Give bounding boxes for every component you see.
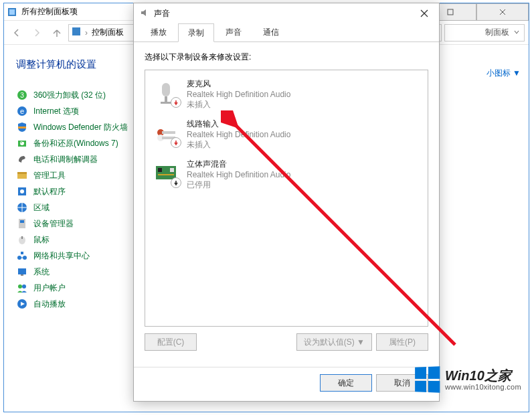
cp-item-icon xyxy=(16,185,28,197)
device-sub: Realtek High Definition Audio xyxy=(187,170,290,179)
svg-text:e: e xyxy=(20,107,24,115)
device-item[interactable]: 线路输入Realtek High Definition Audio未插入 xyxy=(148,114,425,155)
breadcrumb-item[interactable]: 控制面板 xyxy=(92,27,124,38)
tab-0[interactable]: 播放 xyxy=(141,23,177,42)
sound-dialog: 声音 播放录制声音通信 选择以下录制设备来修改设置: 麦克风Realtek Hi… xyxy=(133,3,440,402)
svg-rect-1 xyxy=(9,9,15,15)
svg-rect-3 xyxy=(448,9,453,15)
back-button[interactable] xyxy=(8,24,25,42)
cp-item-label: Internet 选项 xyxy=(33,106,79,117)
svg-point-29 xyxy=(18,284,22,288)
svg-rect-42 xyxy=(158,168,162,172)
set-default-button[interactable]: 设为默认值(S) ▼ xyxy=(296,333,372,351)
instruction-text: 选择以下录制设备来修改设置: xyxy=(145,52,428,63)
cp-item-label: 360强力卸载 (32 位) xyxy=(33,90,106,101)
device-name: 线路输入 xyxy=(187,118,290,130)
device-sub: Realtek High Definition Audio xyxy=(187,130,290,139)
cp-item-label: 区域 xyxy=(33,202,50,214)
cp-item-label: 鼠标 xyxy=(33,234,50,246)
breadcrumb-sep: › xyxy=(85,28,88,37)
svg-rect-27 xyxy=(18,268,26,274)
cp-item-icon xyxy=(16,218,28,230)
cp-item-icon xyxy=(16,137,28,149)
dialog-footer: 确定 取消 xyxy=(134,367,439,401)
forward-button[interactable] xyxy=(28,24,46,42)
svg-point-30 xyxy=(22,284,26,288)
close-button[interactable] xyxy=(410,3,439,23)
svg-text:3: 3 xyxy=(20,92,24,99)
device-name: 麦克风 xyxy=(187,78,290,90)
cp-item-icon xyxy=(16,121,28,133)
svg-rect-38 xyxy=(162,131,175,134)
watermark-title: Win10之家 xyxy=(445,368,521,383)
svg-rect-20 xyxy=(20,220,24,223)
tab-2[interactable]: 声音 xyxy=(215,23,252,42)
watermark: Win10之家 www.win10xitong.com xyxy=(414,367,521,392)
sound-title: 声音 xyxy=(154,8,410,19)
cp-item-label: 自动播放 xyxy=(33,299,66,310)
svg-rect-44 xyxy=(158,174,174,175)
cp-item-label: 系统 xyxy=(33,266,50,278)
tab-strip: 播放录制声音通信 xyxy=(134,23,439,42)
tab-1[interactable]: 录制 xyxy=(178,23,214,42)
cp-item-label: 备份和还原(Windows 7) xyxy=(33,138,118,149)
svg-rect-22 xyxy=(21,236,23,239)
cp-item-label: 默认程序 xyxy=(33,186,66,197)
sound-icon xyxy=(139,7,150,20)
svg-rect-11 xyxy=(18,127,26,129)
svg-rect-34 xyxy=(162,83,170,96)
sound-body: 选择以下录制设备来修改设置: 麦克风Realtek High Definitio… xyxy=(134,42,439,367)
svg-rect-6 xyxy=(72,27,80,35)
device-actions: 配置(C) 设为默认值(S) ▼ 属性(P) xyxy=(145,327,428,360)
cp-item-label: 用户帐户 xyxy=(33,282,66,294)
cp-item-icon xyxy=(16,250,28,262)
cp-item-icon xyxy=(16,234,28,246)
device-status: 未插入 xyxy=(187,99,290,110)
cp-item-icon xyxy=(16,266,28,278)
device-list[interactable]: 麦克风Realtek High Definition Audio未插入线路输入R… xyxy=(145,70,428,327)
device-icon xyxy=(152,159,180,187)
dropdown-icon[interactable] xyxy=(513,28,520,37)
control-panel-icon xyxy=(7,7,17,17)
tab-3[interactable]: 通信 xyxy=(253,23,289,42)
cp-item-icon: e xyxy=(16,105,28,117)
cp-item-icon xyxy=(16,153,28,165)
cp-item-icon xyxy=(16,201,28,214)
device-icon xyxy=(152,78,180,106)
device-item[interactable]: 立体声混音Realtek High Definition Audio已停用 xyxy=(148,155,425,195)
status-badge-icon xyxy=(171,137,181,148)
view-mode-selector[interactable]: 小图标 ▼ xyxy=(486,68,521,79)
svg-rect-28 xyxy=(21,274,23,276)
control-panel-icon xyxy=(72,27,81,38)
device-item[interactable]: 麦克风Realtek High Definition Audio未插入 xyxy=(148,74,425,114)
device-name: 立体声混音 xyxy=(187,159,290,170)
cp-item-icon xyxy=(16,298,28,310)
svg-rect-36 xyxy=(161,102,171,104)
cp-item-label: Windows Defender 防火墙 xyxy=(33,122,128,133)
svg-rect-26 xyxy=(21,252,23,254)
svg-rect-15 xyxy=(17,172,27,174)
breadcrumb-tail: 制面板 xyxy=(444,24,525,42)
watermark-url: www.win10xitong.com xyxy=(445,383,521,391)
device-status: 已停用 xyxy=(187,179,290,191)
cp-item-icon: 3 xyxy=(16,89,28,101)
cp-item-label: 设备管理器 xyxy=(33,218,74,230)
cp-item-icon xyxy=(16,169,28,181)
device-icon xyxy=(152,118,180,147)
svg-rect-43 xyxy=(170,168,174,172)
device-sub: Realtek High Definition Audio xyxy=(187,90,290,99)
svg-rect-35 xyxy=(165,96,167,102)
cp-item-label: 电话和调制解调器 xyxy=(33,154,98,165)
up-button[interactable] xyxy=(48,24,66,42)
sound-titlebar: 声音 xyxy=(134,3,439,23)
configure-button[interactable]: 配置(C) xyxy=(145,333,197,351)
properties-button[interactable]: 属性(P) xyxy=(376,333,428,351)
status-badge-icon xyxy=(171,177,181,188)
ok-button[interactable]: 确定 xyxy=(320,374,372,392)
device-status: 未插入 xyxy=(187,139,290,151)
cp-item-label: 管理工具 xyxy=(33,170,66,181)
status-badge-icon xyxy=(171,97,181,108)
close-button[interactable] xyxy=(476,3,529,21)
cp-item-label: 网络和共享中心 xyxy=(33,250,90,262)
cp-item-icon xyxy=(16,282,28,294)
